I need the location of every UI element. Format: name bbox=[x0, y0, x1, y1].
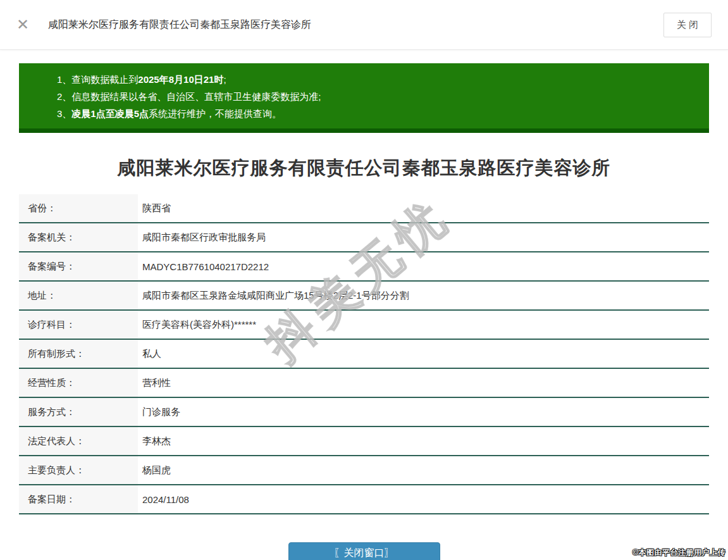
photo-credit-watermark: ©本图由平台注册用户上传 bbox=[632, 547, 725, 558]
field-value: 杨国虎 bbox=[138, 456, 709, 484]
table-row-service-mode: 服务方式： 门诊服务 bbox=[19, 398, 709, 427]
field-value: MADYC1B7761040217D2212 bbox=[138, 252, 709, 280]
field-label: 所有制形式： bbox=[19, 340, 138, 368]
close-button[interactable]: 关 闭 bbox=[663, 13, 712, 37]
field-label: 主要负责人： bbox=[19, 456, 138, 484]
field-label: 经营性质： bbox=[19, 369, 138, 397]
field-label: 省份： bbox=[19, 194, 138, 222]
notice-line-2: 2、信息数据结果以各省、自治区、直辖市卫生健康委数据为准; bbox=[57, 88, 696, 105]
table-row-ownership-form: 所有制形式： 私人 bbox=[19, 340, 709, 369]
field-value: 医疗美容科(美容外科)****** bbox=[138, 311, 709, 339]
field-value: 咸阳市秦都区行政审批服务局 bbox=[138, 223, 709, 251]
field-value: 门诊服务 bbox=[138, 398, 709, 426]
field-label: 备案日期： bbox=[19, 485, 138, 513]
notice-line-3: 3、凌晨1点至凌晨5点系统进行维护，不能提供查询。 bbox=[57, 105, 696, 122]
notice-banner: 1、查询数据截止到2025年8月10日21时; 2、信息数据结果以各省、自治区、… bbox=[19, 63, 709, 133]
field-value: 咸阳市秦都区玉泉路金域咸阳商业广场15号楼2层2-1号部分分割 bbox=[138, 282, 709, 309]
field-value: 陕西省 bbox=[138, 194, 709, 222]
table-row-business-nature: 经营性质： 营利性 bbox=[19, 369, 709, 398]
window-title: 咸阳莱米尔医疗服务有限责任公司秦都玉泉路医疗美容诊所 bbox=[48, 18, 311, 32]
field-label: 备案编号： bbox=[19, 252, 138, 280]
field-value: 2024/11/08 bbox=[138, 485, 709, 513]
table-row-filing-date: 备案日期： 2024/11/08 bbox=[19, 485, 709, 514]
footer: 〖关闭窗口〗 bbox=[0, 542, 728, 560]
table-row-main-person-in-charge: 主要负责人： 杨国虎 bbox=[19, 456, 709, 485]
close-window-button[interactable]: 〖关闭窗口〗 bbox=[288, 542, 440, 560]
notice-line-number: 3、 bbox=[57, 108, 71, 119]
topbar: ✕ 咸阳莱米尔医疗服务有限责任公司秦都玉泉路医疗美容诊所 关 闭 bbox=[0, 0, 728, 50]
registration-detail-page: ✕ 咸阳莱米尔医疗服务有限责任公司秦都玉泉路医疗美容诊所 关 闭 1、查询数据截… bbox=[0, 0, 728, 560]
notice-line-number: 2、 bbox=[57, 91, 71, 102]
field-value: 李林杰 bbox=[138, 427, 709, 455]
notice-line-1: 1、查询数据截止到2025年8月10日21时; bbox=[57, 71, 696, 88]
field-label: 诊疗科目： bbox=[19, 311, 138, 339]
field-label: 法定代表人： bbox=[19, 427, 138, 455]
table-row-filing-authority: 备案机关： 咸阳市秦都区行政审批服务局 bbox=[19, 223, 709, 252]
table-row-medical-subjects: 诊疗科目： 医疗美容科(美容外科)****** bbox=[19, 311, 709, 340]
notice-line-number: 1、 bbox=[57, 74, 71, 85]
field-label: 服务方式： bbox=[19, 398, 138, 426]
table-row-legal-representative: 法定代表人： 李林杰 bbox=[19, 427, 709, 456]
table-row-filing-number: 备案编号： MADYC1B7761040217D2212 bbox=[19, 252, 709, 282]
table-row-province: 省份： 陕西省 bbox=[19, 194, 709, 223]
table-row-address: 地址： 咸阳市秦都区玉泉路金域咸阳商业广场15号楼2层2-1号部分分割 bbox=[19, 282, 709, 311]
field-label: 地址： bbox=[19, 282, 138, 309]
registration-info-table: 省份： 陕西省 备案机关： 咸阳市秦都区行政审批服务局 备案编号： MADYC1… bbox=[19, 194, 709, 514]
page-title: 咸阳莱米尔医疗服务有限责任公司秦都玉泉路医疗美容诊所 bbox=[0, 156, 728, 181]
field-value: 营利性 bbox=[138, 369, 709, 397]
close-icon[interactable]: ✕ bbox=[16, 17, 29, 32]
field-value: 私人 bbox=[138, 340, 709, 368]
field-label: 备案机关： bbox=[19, 223, 138, 251]
